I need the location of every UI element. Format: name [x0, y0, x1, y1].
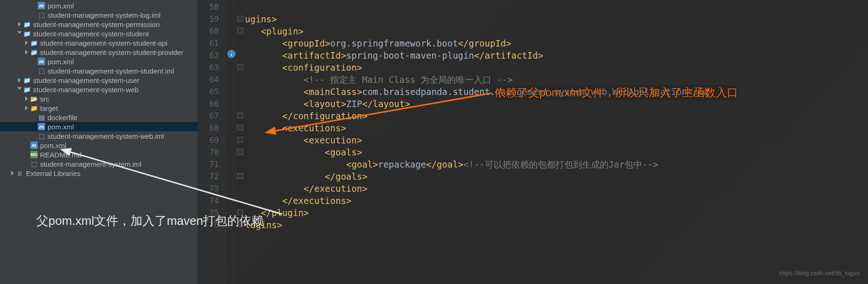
code-line[interactable]: ugins>	[245, 13, 868, 25]
code-line[interactable]: </executions>	[245, 195, 868, 207]
code-line[interactable]: <groupId>org.springframework.boot</group…	[245, 37, 868, 49]
tree-arrow-icon	[32, 124, 36, 129]
code-line[interactable]: <execution>	[245, 134, 868, 146]
project-tree-sidebar: pom.xmlstudent-management-system-log.iml…	[0, 0, 198, 284]
tree-item[interactable]: pom.xml	[0, 1, 198, 10]
file-icon	[38, 58, 45, 65]
code-line[interactable]: </execution>	[245, 183, 868, 195]
fold-toggle-icon[interactable]: -	[237, 16, 243, 21]
file-icon	[38, 67, 45, 74]
tree-arrow-icon[interactable]	[17, 87, 22, 92]
tree-item-label: student-management-system-user	[33, 76, 139, 84]
line-number: 65	[198, 86, 226, 98]
line-number: 61	[198, 37, 226, 49]
tree-arrow-icon[interactable]	[10, 171, 15, 176]
tree-item[interactable]: src	[0, 94, 198, 103]
fold-toggle-icon[interactable]: -	[237, 64, 243, 70]
tree-arrow-icon	[32, 134, 36, 138]
tree-item-label: pom.xml	[47, 2, 74, 10]
run-gutter-icon[interactable]	[227, 50, 236, 58]
tree-item-label: student-management-system-permission	[33, 20, 160, 28]
code-line[interactable]: <goal>repackage</goal><!--可以把依赖的包都打包到生成的…	[245, 158, 868, 170]
line-number: 73	[198, 183, 226, 195]
tree-arrow-icon[interactable]	[24, 96, 29, 101]
fold-toggle-icon[interactable]: -	[237, 137, 243, 142]
tree-item[interactable]: pom.xml	[0, 57, 198, 66]
tree-arrow-icon[interactable]	[17, 31, 22, 36]
tree-item-label: External Libraries	[26, 169, 81, 177]
code-editor[interactable]: 58596061626364656667686970717273747576 -…	[198, 0, 868, 284]
tree-item-label: src	[40, 95, 49, 103]
code-line[interactable]: <plugin>	[245, 25, 868, 37]
code-content[interactable]: ugins> <plugin> <groupId>org.springframe…	[245, 0, 868, 284]
tree-arrow-icon[interactable]	[24, 41, 29, 45]
tree-item[interactable]: student-management-system-web	[0, 85, 198, 94]
fold-toggle-icon[interactable]: -	[237, 28, 243, 34]
tree-item-label: README.md	[40, 151, 81, 159]
code-line[interactable]: <goals>	[245, 146, 868, 158]
tree-item[interactable]: student-management-system-student-api	[0, 38, 198, 47]
watermark: https://blog.csdn.net/zb_luguo	[779, 270, 860, 277]
line-number-gutter: 58596061626364656667686970717273747576	[198, 0, 226, 284]
code-line[interactable]: </plugin>	[245, 207, 868, 219]
code-line[interactable]: </configuration>	[245, 110, 868, 122]
code-line[interactable]: lugins>	[245, 219, 868, 231]
tree-item[interactable]: student-management-system-student-provid…	[0, 47, 198, 57]
tree-item-label: pom.xml	[47, 58, 74, 66]
line-number: 63	[198, 61, 226, 74]
tree-item[interactable]: student-management-system-permission	[0, 20, 198, 29]
tree-item[interactable]: student-management-system.iml	[0, 159, 198, 169]
tree-item[interactable]: pom.xml	[0, 141, 198, 150]
code-line[interactable]: <mainClass>com.braisedpanda.student.mana…	[245, 86, 868, 98]
tree-arrow-icon[interactable]	[17, 22, 22, 27]
tree-arrow-icon[interactable]	[24, 50, 29, 54]
tree-arrow-icon[interactable]	[24, 106, 29, 110]
file-icon	[30, 160, 38, 168]
annotation-white: 父pom.xml文件，加入了maven打包的依赖	[36, 213, 264, 229]
code-line[interactable]: <!-- 指定主 Main Class 为全局的唯一入口 -->	[245, 74, 868, 86]
code-line[interactable]: <configuration>	[245, 61, 868, 74]
file-icon	[30, 142, 38, 149]
fold-toggle-icon[interactable]	[237, 173, 243, 179]
tree-arrow-icon	[32, 3, 36, 8]
code-line[interactable]: <artifactId>spring-boot-maven-plugin</ar…	[245, 49, 868, 61]
tree-item-label: target	[40, 104, 58, 112]
tree-item[interactable]: dockerfile	[0, 113, 198, 122]
tree-item[interactable]: student-management-system-student.iml	[0, 66, 198, 75]
tree-item-label: student-management-system-student-api	[40, 39, 167, 47]
file-icon	[30, 48, 38, 56]
tree-arrow-icon	[24, 152, 29, 157]
file-icon	[30, 39, 38, 47]
tree-item[interactable]: student-management-system-user	[0, 75, 198, 85]
tree-arrow-icon[interactable]	[17, 78, 22, 82]
tree-item[interactable]: student-management-system-web.iml	[0, 131, 198, 141]
line-number: 62	[198, 49, 226, 61]
tree-item-label: student-management-system-student-provid…	[40, 48, 183, 56]
line-number: 64	[198, 74, 226, 86]
tree-item[interactable]: student-management-system-student	[0, 29, 198, 38]
file-icon	[23, 30, 31, 37]
tree-item[interactable]: README.md	[0, 150, 198, 159]
file-icon	[23, 86, 31, 93]
tree-item[interactable]: student-management-system-log.iml	[0, 10, 198, 20]
tree-item-label: student-management-system.iml	[40, 160, 142, 168]
tree-item[interactable]: target	[0, 103, 198, 113]
line-number: 58	[198, 1, 226, 13]
fold-toggle-icon[interactable]	[237, 113, 243, 118]
tree-item[interactable]: pom.xml	[0, 122, 198, 131]
tree-item[interactable]: External Libraries	[0, 169, 198, 178]
line-number: 67	[198, 110, 226, 122]
file-icon	[38, 123, 45, 130]
file-icon	[30, 151, 38, 158]
tree-item-label: student-management-system-log.iml	[47, 11, 161, 19]
code-line[interactable]	[245, 1, 868, 13]
code-line[interactable]: <executions>	[245, 122, 868, 134]
fold-toggle-icon[interactable]: -	[237, 149, 243, 155]
tree-item-label: dockerfile	[47, 114, 77, 122]
line-number: 66	[198, 98, 226, 110]
code-line[interactable]: </goals>	[245, 170, 868, 183]
fold-toggle-icon[interactable]: -	[237, 125, 243, 130]
code-line[interactable]: <layout>ZIP</layout>	[245, 98, 868, 110]
line-number: 71	[198, 158, 226, 170]
tree-arrow-icon	[32, 59, 36, 64]
